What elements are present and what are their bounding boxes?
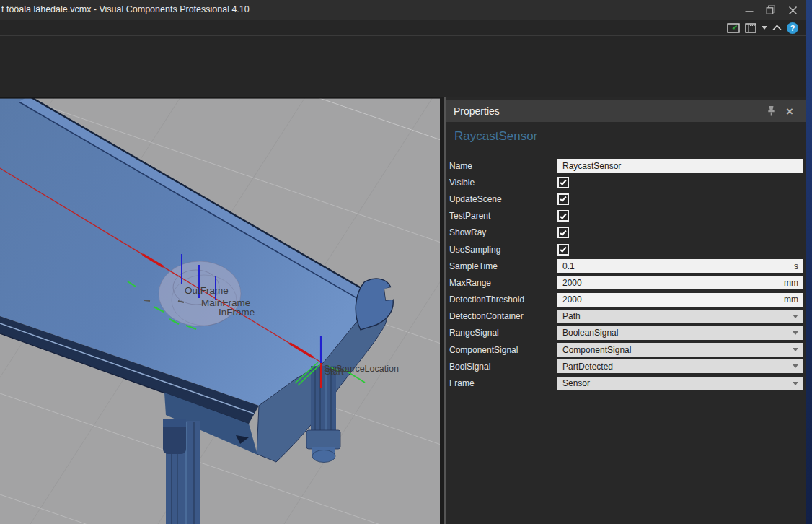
checkmark-icon [559,228,568,237]
chevron-down-icon [793,315,798,318]
restore-icon [766,5,776,15]
properties-panel: Properties × RaycastSensor Name Visible [446,97,806,524]
showray-checkbox[interactable] [557,227,569,238]
property-row-name: Name [446,157,806,174]
layout-dropdown-caret[interactable] [762,26,767,30]
name-input[interactable] [557,159,803,173]
property-label: Visible [449,178,557,188]
detectioncontainer-dropdown[interactable]: Path [557,310,803,323]
property-label: Name [449,161,557,171]
property-label: DetectionContainer [449,311,557,321]
property-label: MaxRange [449,278,557,288]
property-row-updatescene: UpdateScene [446,191,806,207]
dropdown-value: BooleanSignal [562,328,618,338]
property-row-rangesignal: RangeSignal BooleanSignal [446,325,806,341]
minimize-icon [745,6,754,14]
property-label: TestParent [449,211,557,221]
property-label: ComponentSignal [449,345,557,355]
sampletime-input[interactable]: 0.1 s [557,259,803,273]
property-row-usesampling: UseSampling [446,241,806,258]
maxrange-input[interactable]: 2000 mm [557,276,803,289]
unit-label: mm [784,294,798,305]
chevron-down-icon [793,382,798,385]
property-label: ShowRay [449,227,557,237]
checkmark-icon [559,245,568,254]
boolsignal-dropdown[interactable]: PartDetected [557,359,803,373]
restore-button[interactable] [760,0,782,20]
checkmark-icon [559,178,568,187]
property-label: BoolSignal [449,362,557,372]
property-row-maxrange: MaxRange 2000 mm [446,274,806,291]
chevron-down-icon [793,348,798,351]
viewport-3d[interactable]: OutFrame MainFrame InFrame Start Sensor … [0,97,440,524]
updatescene-checkbox[interactable] [557,193,569,205]
close-button[interactable] [782,0,803,20]
panel-splitter[interactable] [440,97,446,524]
app-window: t tööala lähedale.vcmx - Visual Componen… [0,0,812,524]
panel-title: Properties [454,105,500,117]
dock-window-icon[interactable] [727,22,741,34]
window-controls [738,0,803,20]
label-outframe: OutFrame [185,285,229,296]
desktop-edge [806,0,812,524]
frame-dropdown[interactable]: Sensor [557,377,803,390]
label-inframe: InFrame [219,307,255,318]
property-row-showray: ShowRay [446,224,806,241]
titlebar: t tööala lähedale.vcmx - Visual Componen… [0,0,806,20]
property-row-testparent: TestParent [446,208,806,224]
property-row-detectioncontainer: DetectionContainer Path [446,308,806,325]
label-sourcelocation: SourceLocation [336,364,399,374]
component-name: RaycastSensor [454,129,537,144]
usesampling-checkbox[interactable] [557,244,569,256]
unit-label: s [794,261,798,271]
checkmark-icon [559,194,568,204]
property-label: UseSampling [449,245,557,255]
property-label: Frame [449,378,557,388]
help-icon: ? [790,24,795,32]
window-title: t tööala lähedale.vcmx - Visual Componen… [1,4,250,14]
collapsed-ribbon-area [0,36,806,97]
property-row-frame: Frame Sensor [446,375,806,391]
collapse-ribbon-chevron-icon[interactable] [772,23,782,32]
property-label: DetectionThreshold [449,294,557,305]
pin-icon[interactable] [767,105,776,117]
field-value: 0.1 [562,261,575,271]
chevron-down-icon [793,331,798,335]
properties-panel-header: Properties × [446,100,806,122]
property-label: UpdateScene [449,194,557,204]
close-icon [788,6,798,15]
detectionthreshold-input[interactable]: 2000 mm [557,293,803,307]
property-label: SampleTime [449,261,557,271]
componentsignal-dropdown[interactable]: ComponentSignal [557,343,803,357]
unit-label: mm [784,278,798,288]
help-button[interactable]: ? [787,22,798,34]
panel-close-icon[interactable]: × [786,105,793,118]
visible-checkbox[interactable] [557,177,569,188]
testparent-checkbox[interactable] [557,210,569,222]
property-rows: Name Visible UpdateScene TestParent [446,157,806,392]
property-row-detectionthreshold: DetectionThreshold 2000 mm [446,292,806,308]
property-row-componentsignal: ComponentSignal ComponentSignal [446,341,806,358]
rangesignal-dropdown[interactable]: BooleanSignal [557,326,803,340]
dropdown-value: PartDetected [562,362,613,372]
checkmark-icon [559,211,568,221]
scene-conveyor: OutFrame MainFrame InFrame Start Sensor … [0,97,440,524]
dropdown-value: ComponentSignal [562,345,631,355]
dropdown-value: Sensor [562,378,590,388]
chevron-down-icon [793,364,798,368]
quick-access-toolbar: ? [727,20,806,35]
property-row-boolsignal: BoolSignal PartDetected [446,358,806,375]
field-value: 2000 [562,278,582,288]
property-label: RangeSignal [449,328,557,338]
field-value: 2000 [562,294,582,305]
minimize-button[interactable] [738,0,760,20]
property-row-visible: Visible [446,174,806,191]
layout-panels-icon[interactable] [745,22,757,34]
property-row-sampletime: SampleTime 0.1 s [446,258,806,274]
dropdown-value: Path [562,311,581,321]
